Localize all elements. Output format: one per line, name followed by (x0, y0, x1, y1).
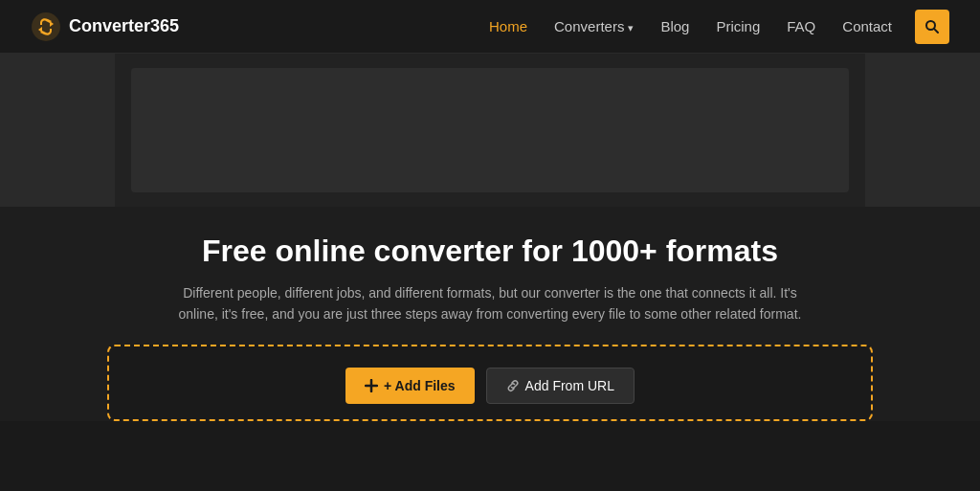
brand-logo-icon (31, 11, 61, 42)
nav-pricing[interactable]: Pricing (704, 11, 771, 42)
ad-banner-area (0, 54, 980, 207)
nav-home[interactable]: Home (478, 11, 539, 42)
nav-faq[interactable]: FAQ (775, 11, 827, 42)
svg-point-0 (32, 12, 60, 41)
plus-icon (365, 379, 378, 392)
search-icon (924, 19, 940, 34)
svg-line-2 (934, 28, 938, 32)
ad-left-sidebar (0, 54, 115, 207)
brand-name: Converter365 (69, 16, 179, 36)
hero-section: Free online converter for 1000+ formats … (0, 207, 980, 421)
upload-buttons: + Add Files Add From URL (345, 368, 635, 404)
navbar: Converter365 Home Converters Blog Pricin… (0, 0, 980, 54)
link-icon (506, 379, 520, 392)
hero-title: Free online converter for 1000+ formats (31, 234, 949, 269)
converters-dropdown-icon (628, 18, 634, 34)
search-button[interactable] (915, 10, 949, 44)
upload-box: + Add Files Add From URL (107, 345, 873, 421)
ad-center-banner (131, 68, 849, 192)
navbar-nav: Home Converters Blog Pricing FAQ Contact (478, 10, 949, 44)
add-url-button[interactable]: Add From URL (486, 368, 635, 404)
hero-subtitle: Different people, different jobs, and di… (165, 282, 815, 325)
nav-blog[interactable]: Blog (649, 11, 701, 42)
nav-converters[interactable]: Converters (543, 11, 645, 42)
ad-right-sidebar (865, 54, 980, 207)
nav-contact[interactable]: Contact (831, 11, 903, 42)
add-files-button[interactable]: + Add Files (345, 368, 475, 404)
brand: Converter365 (31, 11, 179, 42)
